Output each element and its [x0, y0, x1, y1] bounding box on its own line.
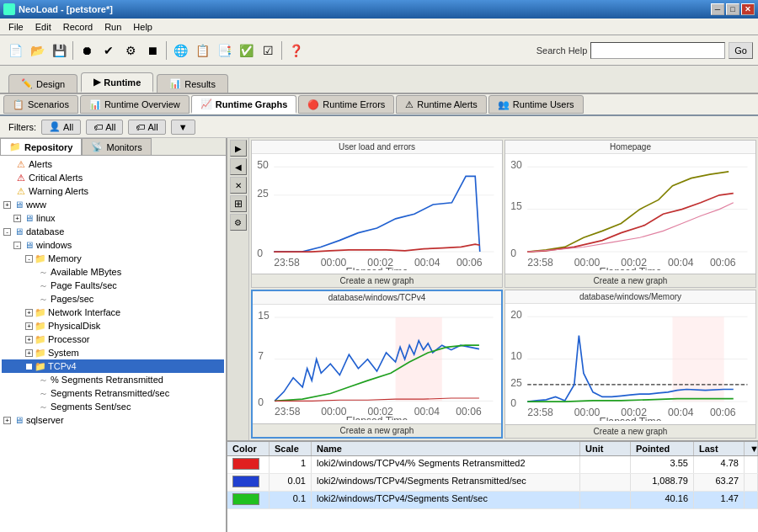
create-graph-btn-4[interactable]: Create a new graph	[505, 424, 755, 438]
subtab-runtime-errors[interactable]: 🔴 Runtime Errors	[298, 95, 394, 114]
new-button[interactable]: 📄	[5, 40, 25, 61]
svg-text:50: 50	[257, 159, 269, 171]
ctrl-forward[interactable]: ▶	[230, 140, 247, 157]
tab-results[interactable]: 📊 Results	[157, 74, 228, 93]
go-button[interactable]: Go	[729, 42, 753, 59]
create-graph-btn-1[interactable]: Create a new graph	[252, 274, 502, 287]
subtab-runtime-alerts[interactable]: ⚠ Runtime Alerts	[396, 95, 487, 114]
close-button[interactable]: ✕	[741, 3, 755, 15]
tree-item-critical[interactable]: ⚠ Critical Alerts	[2, 171, 224, 184]
expand-netif[interactable]: +	[25, 309, 33, 317]
tree-item-netif[interactable]: + 📁 Network Interface	[2, 306, 224, 319]
tree-item-seg-sent[interactable]: ～ Segments Sent/sec	[2, 400, 224, 413]
tree-item-system[interactable]: + 📁 System	[2, 346, 224, 359]
table-row-3[interactable]: 0.1 loki2/windows/TCPv4/Segments Sent/se…	[227, 492, 758, 509]
tree-item-alerts[interactable]: ⚠ Alerts	[2, 157, 224, 171]
svg-text:15: 15	[258, 311, 270, 322]
table-row-2[interactable]: 0.01 loki2/windows/TCPv4/Segments Retran…	[227, 474, 758, 492]
save-button[interactable]: 💾	[49, 40, 69, 61]
record-button[interactable]: ⏺	[77, 40, 97, 61]
panel-tab-monitors[interactable]: 📡 Monitors	[82, 138, 151, 155]
open-button[interactable]: 📂	[27, 40, 47, 61]
tree-label-memory: Memory	[48, 253, 82, 263]
menu-edit[interactable]: Edit	[30, 20, 56, 34]
col-color: Color	[227, 442, 270, 455]
subtab-runtime-graphs[interactable]: 📈 Runtime Graphs	[191, 95, 297, 114]
create-graph-btn-3[interactable]: Create a new graph	[253, 423, 501, 437]
stop-button[interactable]: ⏹	[142, 40, 163, 61]
minimize-button[interactable]: ─	[711, 3, 724, 15]
subtab-runtime-overview[interactable]: 📊 Runtime Overview	[80, 95, 190, 114]
tree-item-tcpv4[interactable]: - 📁 TCPv4	[2, 359, 224, 373]
expand-windows[interactable]: -	[13, 242, 21, 249]
tree-item-sqlserver[interactable]: + 🖥 sqlserver	[2, 413, 224, 427]
graph-svg-4: 20 10 0	[509, 307, 752, 420]
ctrl-back[interactable]: ◀	[230, 158, 247, 175]
help-button[interactable]: ❓	[286, 40, 306, 61]
expand-linux[interactable]: +	[13, 215, 21, 222]
tree-item-windows[interactable]: - 🖥 windows	[2, 238, 224, 252]
graph-body-3[interactable]: 15 7 0	[253, 305, 501, 423]
expand-memory[interactable]: -	[25, 255, 33, 263]
tree-item-linux[interactable]: + 🖥 linux	[2, 211, 224, 225]
create-graph-btn-2[interactable]: Create a new graph	[505, 274, 755, 287]
title-bar: NeoLoad - [petstore*] ─ □ ✕	[0, 0, 758, 19]
subtab-scenarios[interactable]: 📋 Scenarios	[3, 95, 78, 114]
expand-processor[interactable]: +	[25, 336, 33, 343]
check2-button[interactable]: ✅	[236, 40, 256, 61]
filter-btn-1[interactable]: 👤 All	[41, 120, 81, 135]
maximize-button[interactable]: □	[726, 3, 739, 15]
expand-www[interactable]: +	[3, 201, 11, 209]
search-input[interactable]	[590, 42, 725, 59]
menu-run[interactable]: Run	[99, 20, 126, 34]
graph-body-4[interactable]: 20 10 0	[505, 304, 755, 423]
expand-tcpv4[interactable]: -	[25, 363, 33, 370]
monitors-label: Monitors	[106, 142, 141, 152]
graph-body-2[interactable]: 30 15 0 23:58	[505, 154, 755, 274]
ctrl-settings[interactable]: ⚙	[230, 214, 247, 231]
expand-sqlserver[interactable]: +	[3, 417, 11, 424]
menu-help[interactable]: Help	[128, 20, 157, 34]
filter-btn-3[interactable]: 🏷 All	[128, 120, 165, 135]
browser-button[interactable]: 🌐	[170, 40, 190, 61]
tree-item-www[interactable]: + 🖥 www	[2, 198, 224, 211]
filter-btn-2[interactable]: 🏷 All	[86, 120, 123, 135]
svg-text:00:06: 00:06	[710, 407, 736, 418]
bottom-table: Color Scale Name Unit Pointed Last ▼ 1 l…	[227, 440, 758, 532]
tree-item-warning[interactable]: ⚠ Warning Alerts	[2, 184, 224, 198]
expand-physdisk[interactable]: +	[25, 322, 33, 330]
tree-item-pct-seg[interactable]: ～ % Segments Retransmitted	[2, 373, 224, 386]
tree-item-seg-ret[interactable]: ～ Segments Retransmitted/sec	[2, 386, 224, 400]
tab-runtime[interactable]: ▶ Runtime	[81, 72, 153, 93]
tree-item-database[interactable]: - 🖥 database	[2, 225, 224, 238]
check-button[interactable]: ✔	[99, 40, 119, 61]
tab-design[interactable]: ✏️ Design	[8, 74, 77, 93]
tree-item-availmb[interactable]: ～ Available MBytes	[2, 265, 224, 279]
tree-item-pages[interactable]: ～ Pages/sec	[2, 292, 224, 306]
ctrl-close[interactable]: ✕	[230, 177, 247, 194]
menu-file[interactable]: File	[3, 20, 29, 34]
expand-system[interactable]: +	[25, 349, 33, 357]
doc2-button[interactable]: 📑	[214, 40, 234, 61]
filter-more-button[interactable]: ▼	[171, 120, 195, 135]
subtab-graphs-label: Runtime Graphs	[216, 99, 288, 109]
settings-button[interactable]: ⚙	[120, 40, 141, 61]
check3-button[interactable]: ☑	[258, 40, 278, 61]
doc-button[interactable]: 📋	[192, 40, 212, 61]
filter-all-label-1: All	[63, 122, 73, 132]
ctrl-grid[interactable]: ⊞	[230, 195, 247, 212]
menu-record[interactable]: Record	[58, 20, 98, 34]
tree-item-processor[interactable]: + 📁 Processor	[2, 332, 224, 346]
panel-tab-repository[interactable]: 📁 Repository	[0, 138, 82, 155]
svg-text:Elapsed Time: Elapsed Time	[345, 266, 408, 270]
tree-item-pagefaults[interactable]: ～ Page Faults/sec	[2, 279, 224, 292]
table-row-1[interactable]: 1 loki2/windows/TCPv4/% Segments Retrans…	[227, 456, 758, 474]
cell-last-1: 4.78	[694, 456, 745, 473]
svg-text:10: 10	[510, 350, 522, 362]
tree-item-memory[interactable]: - 📁 Memory	[2, 252, 224, 265]
tree-item-physdisk[interactable]: + 📁 PhysicalDisk	[2, 319, 224, 332]
graph-body-1[interactable]: 50 25 0 23:58	[252, 154, 502, 274]
graph-svg-1: 50 25 0 23:58	[255, 157, 499, 270]
subtab-runtime-users[interactable]: 👥 Runtime Users	[488, 95, 584, 114]
expand-database[interactable]: -	[3, 228, 11, 236]
